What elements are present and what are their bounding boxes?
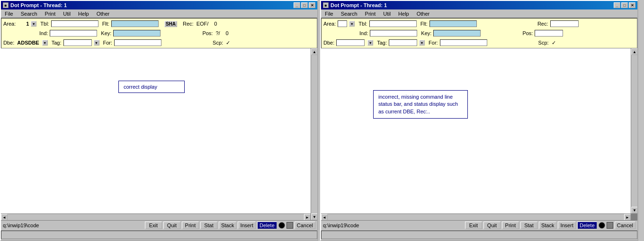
btn-quit-left[interactable]: Quit <box>163 222 180 229</box>
menu-util-right[interactable]: Util <box>381 10 393 17</box>
minimize-btn-left[interactable]: _ <box>294 2 300 8</box>
window-icon-left: ■ <box>3 2 9 8</box>
btn-quit-right[interactable]: Quit <box>483 222 501 229</box>
btn-insert-right[interactable]: Insert <box>558 222 576 229</box>
flt-value-right[interactable] <box>429 20 477 27</box>
btn-cancel-right[interactable]: Cancel <box>615 222 635 229</box>
maximize-btn-left[interactable]: □ <box>301 2 308 8</box>
btn-print-left[interactable]: Print <box>182 222 199 229</box>
btn-stack-left[interactable]: Stack <box>219 222 237 229</box>
maximize-btn-right[interactable]: □ <box>621 2 628 8</box>
close-btn-right[interactable]: ✕ <box>629 2 635 8</box>
menu-bar-right: File Search Print Util Help Other <box>321 9 637 18</box>
scroll-track-h-left <box>8 214 304 220</box>
area-dropdown-left[interactable]: ▼ <box>31 21 36 27</box>
scroll-track-h-right <box>328 214 624 220</box>
menu-search-right[interactable]: Search <box>339 10 359 17</box>
area-value-left: 1 <box>18 21 29 27</box>
for-value-left[interactable] <box>114 39 161 46</box>
pos-value-right[interactable] <box>535 30 563 37</box>
scroll-right-right[interactable]: ► <box>624 214 631 220</box>
pos-label-left: Pos: <box>202 30 213 36</box>
btn-stack-right[interactable]: Stack <box>539 222 557 229</box>
btn-insert-left[interactable]: Insert <box>238 222 256 229</box>
title-bar-right: ■ Dot Prompt - Thread: 1 _ □ ✕ <box>321 1 637 9</box>
btn-stat-left[interactable]: Stat <box>200 222 217 229</box>
btn-delete-left[interactable]: Delete <box>257 222 277 229</box>
btn-circle-right[interactable] <box>599 222 605 229</box>
tag-value-right[interactable] <box>389 39 417 46</box>
scroll-left-right[interactable]: ◄ <box>321 214 328 220</box>
btn-exit-left[interactable]: Exit <box>145 222 162 229</box>
tag-dropdown-right[interactable]: ▼ <box>419 40 425 46</box>
tbl-value-right[interactable] <box>369 20 417 27</box>
scroll-up-right[interactable]: ▲ <box>631 48 637 55</box>
scroll-left-left[interactable]: ◄ <box>1 214 8 220</box>
for-value-right[interactable] <box>440 39 487 46</box>
text-area-right[interactable] <box>321 48 631 213</box>
rec-label-left: Rec: <box>183 21 194 27</box>
menu-util-left[interactable]: Util <box>61 10 72 17</box>
scroll-track-v-left <box>311 55 317 213</box>
title-bar-right-section: ■ Dot Prompt - Thread: 1 <box>323 2 387 8</box>
scroll-up-left[interactable]: ▲ <box>311 48 317 55</box>
pos-count-left: 0 <box>226 30 229 36</box>
close-btn-left[interactable]: ✕ <box>309 2 315 8</box>
window-left: ■ Dot Prompt - Thread: 1 _ □ ✕ File Sear… <box>0 0 318 241</box>
btn-square-left[interactable] <box>286 222 293 229</box>
rec-value-right[interactable] <box>550 20 579 27</box>
main-area-left: ▲ ▼ ◄ ► correct display <box>1 48 317 220</box>
btn-exit-right[interactable]: Exit <box>465 222 482 229</box>
info-line-1-left: Area: 1 ▼ Tbl: Flt: SHA Rec: EOF/ 0 <box>3 19 315 28</box>
area-dropdown-right[interactable]: ▼ <box>349 21 355 27</box>
scp-value-right: ✓ <box>552 40 556 46</box>
key-value-right[interactable] <box>433 30 481 37</box>
menu-other-right[interactable]: Other <box>415 10 432 17</box>
dbe-value-right[interactable] <box>336 39 365 46</box>
menu-print-right[interactable]: Print <box>363 10 378 17</box>
tag-label-left: Tag: <box>52 40 62 46</box>
window-title-right: Dot Prompt - Thread: 1 <box>331 2 387 8</box>
scroll-down-left[interactable]: ▼ <box>311 213 317 220</box>
minimize-btn-right[interactable]: _ <box>614 2 620 8</box>
tooltip-text-right: incorrect, missing command line status b… <box>378 94 458 114</box>
btn-cancel-left[interactable]: Cancel <box>295 222 315 229</box>
for-label-left: For: <box>103 40 113 46</box>
tag-dropdown-left[interactable]: ▼ <box>94 40 99 46</box>
menu-other-left[interactable]: Other <box>95 10 112 17</box>
key-value-left[interactable] <box>113 30 161 37</box>
title-bar-buttons-left: _ □ ✕ <box>294 2 315 8</box>
tag-value-left[interactable] <box>63 39 92 46</box>
rec-label-right: Rec: <box>537 21 548 27</box>
scroll-down-right[interactable]: ▼ <box>631 207 637 213</box>
rec-value-left: EOF/ <box>197 21 209 27</box>
menu-file-right[interactable]: File <box>323 10 335 17</box>
btn-square-right[interactable] <box>607 222 613 229</box>
text-area-left[interactable] <box>1 48 311 213</box>
flt-value-left[interactable] <box>111 20 159 27</box>
menu-file-left[interactable]: File <box>3 10 15 17</box>
window-icon-right: ■ <box>323 2 329 8</box>
bottom-buttons-right: Exit Quit Print Stat Stack Insert Delete… <box>465 222 635 229</box>
menu-help-right[interactable]: Help <box>396 10 411 17</box>
ind-label-left: Ind: <box>39 30 48 36</box>
btn-print-right[interactable]: Print <box>502 222 519 229</box>
dbe-dropdown-left[interactable]: ▼ <box>42 40 48 46</box>
scrollbar-bottom-right: ◄ ► <box>321 213 631 220</box>
tbl-value-left[interactable] <box>51 20 98 27</box>
scroll-right-left[interactable]: ► <box>304 214 311 220</box>
menu-print-left[interactable]: Print <box>43 10 58 17</box>
ind-value-right[interactable] <box>370 30 417 37</box>
menu-help-left[interactable]: Help <box>76 10 91 17</box>
bottom-path-left: q:\inwip19\code <box>3 222 39 228</box>
ind-value-left[interactable] <box>50 30 97 37</box>
btn-delete-right[interactable]: Delete <box>577 222 597 229</box>
btn-circle-left[interactable] <box>278 222 285 229</box>
info-line-3-right: Dbe: ▼ Tag: ▼ For: Scp: ✓ <box>323 38 635 47</box>
tbl-label-right: Tbl: <box>358 21 367 27</box>
main-area-right: ▲ ▼ ◄ ► incorrect, missing command line … <box>321 48 637 220</box>
dbe-dropdown-right[interactable]: ▼ <box>367 40 373 46</box>
btn-stat-right[interactable]: Stat <box>520 222 537 229</box>
area-value-right[interactable] <box>338 20 347 27</box>
menu-search-left[interactable]: Search <box>19 10 39 17</box>
